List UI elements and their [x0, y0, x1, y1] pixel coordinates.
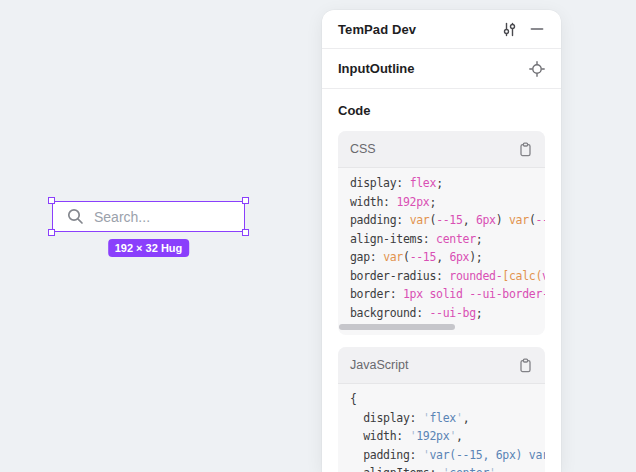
js-block-label: JavaScript	[350, 358, 408, 372]
search-icon	[66, 207, 85, 226]
minimize-icon[interactable]	[529, 21, 545, 37]
js-code: { display: 'flex', width: '192px', paddi…	[338, 384, 545, 472]
js-block-header: JavaScript	[338, 347, 545, 384]
selection-handle-bottom-left[interactable]	[48, 229, 55, 236]
css-block-label: CSS	[350, 142, 376, 156]
panel-title: TemPad Dev	[338, 22, 416, 37]
panel-header: TemPad Dev	[322, 10, 561, 49]
locate-icon[interactable]	[529, 61, 545, 77]
css-code-block: CSS display: flex;width: 192px;padding: …	[338, 131, 545, 335]
code-section-label: Code	[338, 103, 545, 118]
clipboard-icon[interactable]	[518, 142, 533, 157]
css-scrollbar-track	[338, 322, 545, 335]
css-code: display: flex;width: 192px;padding: var(…	[338, 168, 545, 322]
selected-component[interactable]: Search... 192 × 32 Hug	[52, 201, 245, 232]
tempad-dev-panel: TemPad Dev InputOutline	[322, 10, 561, 472]
component-name: InputOutline	[338, 61, 415, 76]
css-scrollbar-thumb[interactable]	[339, 324, 455, 330]
size-badge: 192 × 32 Hug	[108, 239, 190, 257]
code-section: Code CSS display: flex;width: 192px;padd…	[322, 89, 561, 472]
component-row: InputOutline	[322, 49, 561, 89]
css-block-header: CSS	[338, 131, 545, 168]
search-placeholder: Search...	[94, 209, 150, 225]
clipboard-icon[interactable]	[518, 358, 533, 373]
selection-handle-top-left[interactable]	[48, 197, 55, 204]
selection-handle-bottom-right[interactable]	[242, 229, 249, 236]
selection-handle-top-right[interactable]	[242, 197, 249, 204]
search-input[interactable]: Search...	[52, 201, 245, 232]
sliders-icon[interactable]	[501, 21, 518, 38]
js-code-block: JavaScript { display: 'flex', width: '19…	[338, 347, 545, 472]
